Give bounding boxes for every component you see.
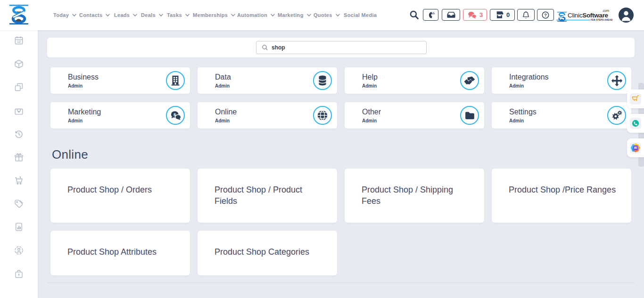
svg-text:$: $	[173, 112, 176, 117]
svg-text:?: ?	[544, 12, 547, 17]
svg-text:12: 12	[17, 40, 21, 43]
svg-text:AI: AI	[634, 146, 637, 149]
